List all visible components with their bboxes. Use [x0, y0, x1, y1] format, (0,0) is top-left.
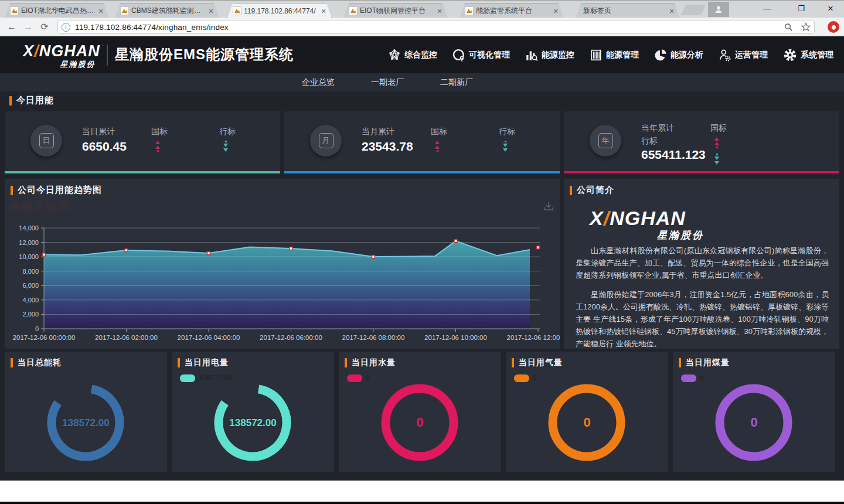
gauge-card-coal: 当日用煤量 0 0: [673, 352, 835, 472]
accent-bar: [9, 96, 12, 105]
logo-wordmark: X/NGHAN: [18, 42, 106, 60]
svg-text:2017-12-06 04:00:00: 2017-12-06 04:00:00: [178, 334, 240, 341]
gauge-value: 138572.00: [5, 417, 167, 429]
accent-bar: [11, 358, 13, 367]
bookmark-star-icon[interactable]: [801, 22, 811, 32]
stat-card-monthly: 月 当月累计 23543.78 国标 行标: [284, 111, 560, 173]
svg-text:2017-12-06 08:00:00: 2017-12-06 08:00:00: [342, 334, 405, 341]
down-arrows-icon: [713, 154, 721, 165]
month-icon: 月: [310, 125, 342, 156]
company-description: 山东星瀚材料股份有限公司(原山东众冠钢板有限公司)简称星瀚股份，是集涂镀产品生产…: [576, 244, 829, 350]
today-section-header: 今日用能: [9, 95, 54, 106]
subnav-item-plant2[interactable]: 二期新厂: [440, 77, 473, 88]
company-section-header: 公司简介: [570, 185, 614, 196]
window-bottom-edge: [0, 502, 844, 504]
window-close-button[interactable]: ✕: [817, 1, 844, 17]
grid-icon: [590, 49, 603, 62]
down-arrows-icon: [501, 141, 509, 152]
chart-search-icon: [525, 49, 538, 62]
gauge-card-water: 当日用水量 0 0: [339, 352, 501, 472]
tab-close-icon[interactable]: ✕: [207, 7, 215, 15]
svg-text:2017-12-06 00:00:00: 2017-12-06 00:00:00: [13, 334, 76, 341]
tab-title: EIOT物联网管控平台: [360, 6, 433, 16]
svg-text:2017-12-06 06:00:00: 2017-12-06 06:00:00: [260, 334, 322, 341]
network-icon: [388, 49, 401, 62]
browser-tab-active[interactable]: 119.178.102.86:44774/ ✕: [227, 3, 332, 18]
chat-pin-icon: [452, 49, 465, 62]
gauge-card-total-energy: 当日总能耗 138572.00: [5, 352, 167, 472]
window-minimize-button[interactable]: —: [754, 1, 781, 17]
tab-close-icon[interactable]: ✕: [552, 7, 560, 15]
accent-bar: [512, 358, 514, 367]
nav-item-energy-mgmt[interactable]: 能源管理: [590, 49, 639, 62]
zoom-icon[interactable]: [784, 23, 793, 32]
browser-tab[interactable]: EIOT物联网管控平台 ✕: [343, 3, 448, 18]
svg-text:2,000: 2,000: [22, 311, 39, 318]
extension-icon[interactable]: [828, 21, 839, 33]
browser-tab[interactable]: 新标签页 ✕: [576, 3, 680, 18]
legend-swatch: [180, 374, 195, 382]
logo-subtitle: 星瀚股份: [590, 229, 704, 242]
monthly-total-value: 23543.78: [362, 139, 413, 154]
subnav-item-plant1[interactable]: 一期老厂: [371, 77, 404, 88]
subnav-item-overview[interactable]: 企业总览: [302, 77, 335, 88]
browser-tab[interactable]: CBMS建筑能耗监测平台 ✕: [115, 3, 219, 18]
tab-close-icon[interactable]: ✕: [668, 7, 676, 15]
tab-close-icon[interactable]: ✕: [97, 7, 105, 15]
tab-title: CBMS建筑能耗监测平台: [131, 6, 205, 16]
app-header: X/NGHAN 星瀚股份 星瀚股份EMS能源管理系统 综合监控: [0, 36, 844, 73]
window-maximize-button[interactable]: ❐: [788, 1, 815, 17]
tab-favicon: [10, 6, 19, 15]
main-nav: 综合监控 可视化管理 能源监控: [388, 36, 833, 73]
down-arrows-icon: [222, 141, 230, 152]
nav-item-energy-monitor[interactable]: 能源监控: [525, 49, 574, 62]
area-chart: 02,0004,0006,0008,00010,00012,00014,0002…: [5, 179, 560, 349]
nav-item-operations[interactable]: 运营管理: [719, 49, 768, 62]
nav-item-energy-analysis[interactable]: 能源分析: [654, 49, 703, 62]
pie-icon: [654, 49, 667, 62]
day-icon: 日: [30, 125, 62, 156]
gauge-value: 0: [339, 415, 501, 430]
ems-dashboard: X/NGHAN 星瀚股份 星瀚股份EMS能源管理系统 综合监控: [0, 36, 844, 504]
tab-close-icon[interactable]: ✕: [319, 7, 328, 15]
refresh-button[interactable]: ⟳: [38, 21, 52, 33]
gauge-card-electricity: 当日用电量 138572.00 138572.00: [172, 352, 334, 472]
page-info-icon[interactable]: i: [62, 23, 70, 32]
up-arrows-icon: [154, 141, 162, 152]
svg-text:8,000: 8,000: [22, 268, 39, 275]
tab-favicon: [465, 6, 474, 15]
browser-chrome: EIOT湖北华电武昌热电站 ✕ CBMS建筑能耗监测平台 ✕ 119.178.1…: [0, 0, 844, 36]
tab-title: 新标签页: [583, 6, 665, 16]
gauge-value: 0: [673, 415, 835, 430]
nav-item-visualization[interactable]: 可视化管理: [452, 49, 510, 62]
profile-avatar-button[interactable]: [708, 2, 729, 17]
new-tab-button[interactable]: [681, 5, 706, 15]
accent-bar: [679, 358, 681, 367]
accent-bar: [345, 358, 347, 367]
address-bar[interactable]: i 119.178.102.86:44774/xinghan_ems/index: [57, 20, 815, 34]
page-title: 星瀚股份EMS能源管理系统: [115, 45, 294, 64]
nav-item-monitoring[interactable]: 综合监控: [388, 49, 437, 62]
tab-close-icon[interactable]: ✕: [435, 7, 444, 15]
yearly-total-value: 655411.123: [641, 148, 706, 162]
legend: 0: [347, 374, 370, 382]
svg-text:4,000: 4,000: [22, 297, 39, 304]
svg-text:2017-12-06 02:00:00: 2017-12-06 02:00:00: [95, 334, 158, 341]
browser-tab[interactable]: EIOT湖北华电武昌热电站 ✕: [5, 3, 109, 18]
nav-item-system[interactable]: 系统管理: [783, 48, 833, 62]
up-arrows-icon: [713, 137, 721, 148]
company-intro-panel: 公司简介 X/NGHAN 星瀚股份 山东星瀚材料股份有限公司(原山东众冠钢板有限…: [564, 179, 839, 349]
stat-card-yearly: 年 当年累计 行标 655411.123 国标: [564, 111, 839, 173]
legend-swatch: [514, 374, 529, 382]
legend: 0: [681, 374, 704, 382]
back-button[interactable]: ←: [5, 21, 19, 33]
up-arrows-icon: [433, 141, 441, 152]
tab-title: 能源监管系统平台: [476, 6, 549, 16]
page-footer-area: [0, 481, 844, 502]
legend-swatch: [681, 374, 696, 382]
browser-tab[interactable]: 能源监管系统平台 ✕: [460, 3, 564, 18]
logo-wordmark: X/NGHAN: [590, 207, 704, 230]
url-text[interactable]: 119.178.102.86:44774/xinghan_ems/index: [75, 23, 229, 32]
forward-button[interactable]: →: [21, 21, 35, 33]
person-icon: [714, 5, 723, 14]
